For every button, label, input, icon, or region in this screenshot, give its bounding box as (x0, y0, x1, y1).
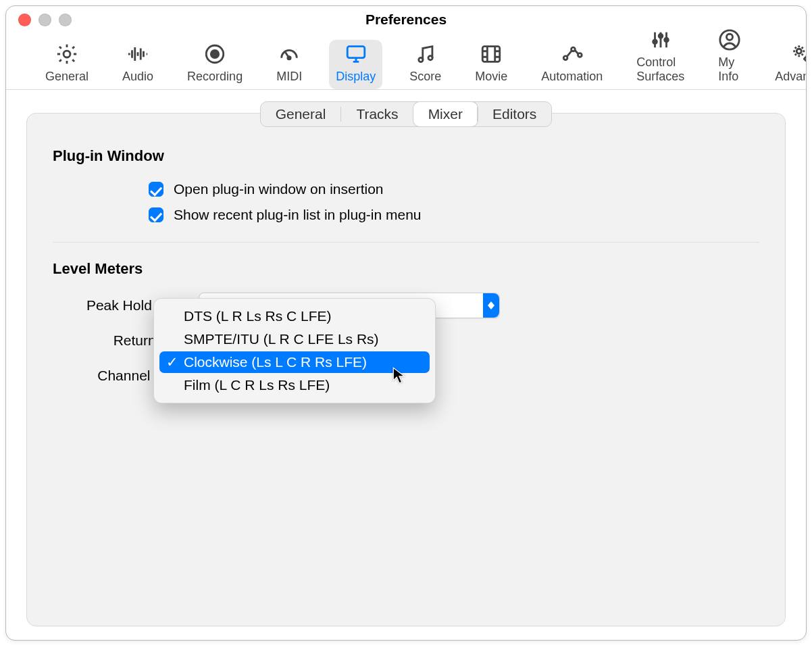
show-recent-plugin-checkbox[interactable] (149, 207, 163, 222)
svg-point-15 (727, 34, 733, 40)
toolbar-label: General (45, 70, 88, 84)
open-plugin-on-insert-checkbox[interactable] (149, 182, 163, 197)
svg-point-16 (797, 49, 802, 53)
gears-icon (790, 43, 807, 66)
toolbar-midi[interactable]: MIDI (270, 40, 309, 89)
svg-point-17 (805, 57, 807, 61)
toolbar: GeneralAudioRecordingMIDIDisplayScoreMov… (6, 33, 806, 90)
toolbar-automation[interactable]: Automation (534, 40, 609, 89)
gear-icon (55, 43, 78, 66)
cursor-icon (392, 367, 406, 383)
monitor-icon (345, 43, 367, 66)
divider (53, 242, 759, 243)
menu-item[interactable]: SMPTE/ITU (L R C LFE Ls Rs) (159, 328, 430, 350)
show-recent-plugin-label: Show recent plug-in list in plug-in menu (174, 207, 422, 223)
preferences-window: Preferences GeneralAudioRecordingMIDIDis… (5, 5, 807, 641)
toolbar-label: MIDI (276, 70, 302, 84)
open-plugin-on-insert-label: Open plug-in window on insertion (174, 181, 384, 197)
toolbar-display[interactable]: Display (329, 40, 382, 89)
svg-point-8 (563, 56, 567, 60)
film-icon (480, 43, 503, 66)
toolbar-score[interactable]: Score (403, 40, 448, 89)
svg-point-11 (653, 40, 657, 44)
gauge-icon (278, 43, 301, 66)
channel-order-menu[interactable]: DTS (L R Ls Rs C LFE)SMPTE/ITU (L R C LF… (153, 298, 436, 403)
svg-rect-4 (347, 47, 365, 58)
toolbar-label: My Info (718, 55, 741, 84)
toolbar-label: Automation (541, 70, 603, 84)
toolbar-recording[interactable]: Recording (180, 40, 249, 89)
section-plugin-window-title: Plug-in Window (53, 147, 759, 165)
svg-point-13 (664, 38, 668, 42)
stepper-icon (483, 293, 499, 318)
toolbar-audio[interactable]: Audio (116, 40, 160, 89)
toolbar-label: Display (336, 70, 376, 84)
toolbar-label: Movie (475, 70, 507, 84)
svg-point-0 (64, 51, 70, 57)
record-icon (203, 43, 226, 66)
toolbar-label: Score (409, 70, 441, 84)
toolbar-label: Recording (187, 70, 243, 84)
menu-item-label: SMPTE/ITU (L R C LFE Ls Rs) (184, 331, 379, 347)
svg-rect-7 (482, 47, 500, 62)
menu-item-label: DTS (L R Ls Rs C LFE) (184, 308, 332, 324)
check-icon: ✓ (166, 354, 178, 370)
tab-mixer[interactable]: Mixer (413, 102, 478, 126)
menu-item-label: Film (L C R Ls Rs LFE) (184, 377, 330, 393)
segmented-tabs: GeneralTracksMixerEditors (27, 101, 785, 127)
svg-point-5 (418, 57, 422, 61)
menu-item-label: Clockwise (Ls L C R Rs LFE) (184, 354, 367, 370)
tab-editors[interactable]: Editors (478, 102, 551, 126)
svg-point-12 (659, 34, 663, 39)
toolbar-control[interactable]: Control Surfaces (630, 26, 691, 89)
section-level-meters-title: Level Meters (53, 260, 759, 278)
toolbar-general[interactable]: General (39, 40, 95, 89)
toolbar-advanced[interactable]: Advanced (768, 40, 807, 89)
toolbar-label: Audio (122, 70, 153, 84)
toolbar-movie[interactable]: Movie (468, 40, 514, 89)
toolbar-myinfo[interactable]: My Info (711, 26, 748, 89)
menu-item[interactable]: ✓Clockwise (Ls L C R Rs LFE) (159, 351, 430, 373)
toolbar-label: Advanced (775, 70, 807, 84)
menu-item[interactable]: Film (L C R Ls Rs LFE) (159, 374, 430, 396)
svg-point-2 (211, 50, 218, 57)
notes-icon (414, 43, 437, 66)
automation-icon (561, 43, 584, 66)
window-title: Preferences (6, 11, 806, 28)
toolbar-label: Control Surfaces (636, 55, 684, 84)
titlebar: Preferences (6, 6, 806, 33)
waveform-icon (126, 43, 149, 66)
svg-point-6 (428, 56, 432, 60)
menu-item[interactable]: DTS (L R Ls Rs C LFE) (159, 305, 430, 327)
tab-tracks[interactable]: Tracks (341, 102, 413, 126)
tab-general[interactable]: General (261, 102, 341, 126)
